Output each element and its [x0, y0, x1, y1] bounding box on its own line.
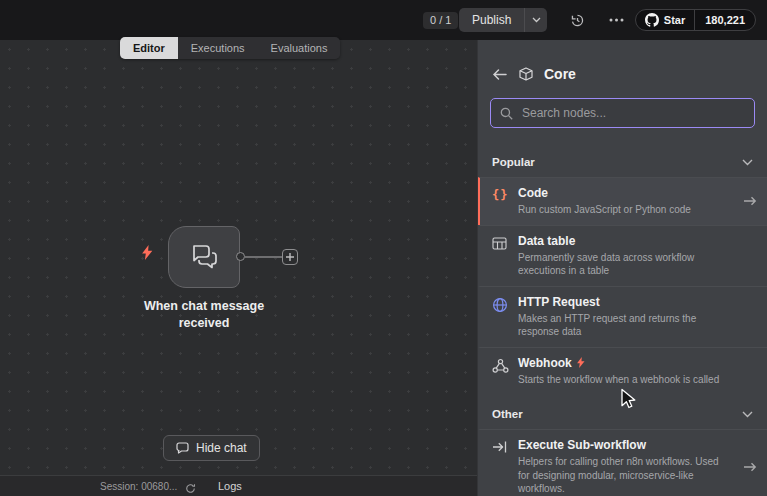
- node-item-code[interactable]: {} Code Run custom JavaScript or Python …: [478, 177, 767, 225]
- globe-icon: [492, 295, 518, 313]
- chat-bubble-icon: [176, 442, 189, 454]
- panel-header: Core: [478, 40, 767, 94]
- session-label: Session: 00680...: [100, 481, 177, 492]
- publish-button-label[interactable]: Publish: [459, 8, 524, 32]
- section-title: Popular: [492, 156, 535, 168]
- node-item-http-request[interactable]: HTTP Request Makes an HTTP request and r…: [478, 286, 767, 347]
- trigger-bolt-icon: [142, 245, 153, 264]
- search-icon: [500, 107, 513, 120]
- workflow-canvas[interactable]: When chat message received Hide chat Ses…: [0, 40, 477, 496]
- trigger-bolt-icon: [577, 357, 585, 368]
- tab-editor[interactable]: Editor: [120, 37, 178, 59]
- nodes-panel: Core Popular {} Code Run custom JavaScri…: [477, 40, 767, 496]
- github-star-button[interactable]: Star: [636, 10, 694, 30]
- refresh-icon: [185, 483, 196, 494]
- node-item-execute-sub-workflow[interactable]: Execute Sub-workflow Helpers for calling…: [478, 429, 767, 496]
- node-item-title: Data table: [518, 234, 751, 248]
- node-item-description: Permanently save data across workflow ex…: [518, 251, 723, 278]
- chevron-down-icon: [532, 17, 541, 23]
- logs-panel-label[interactable]: Logs: [218, 480, 242, 492]
- tab-evaluations[interactable]: Evaluations: [258, 37, 341, 59]
- section-header-popular[interactable]: Popular: [478, 142, 767, 177]
- arrow-right-icon: [743, 192, 757, 210]
- node-item-title: Webhook: [518, 356, 751, 370]
- arrow-left-icon: [492, 68, 508, 81]
- publish-button[interactable]: Publish: [459, 8, 547, 32]
- node-item-data-table[interactable]: Data table Permanently save data across …: [478, 225, 767, 286]
- hide-chat-label: Hide chat: [196, 441, 247, 455]
- section-title: Other: [492, 408, 523, 420]
- more-options-button[interactable]: [606, 11, 626, 29]
- topbar: 0 / 1 Publish Star: [0, 0, 767, 40]
- chat-trigger-node[interactable]: [168, 226, 240, 288]
- n8n-workflow-editor: 0 / 1 Publish Star: [0, 0, 767, 496]
- github-icon: [645, 13, 659, 27]
- section-header-other[interactable]: Other: [478, 394, 767, 429]
- github-star-label: Star: [664, 14, 685, 26]
- logs-bar[interactable]: Session: 00680... Logs: [0, 475, 477, 496]
- chevron-down-icon: [742, 411, 753, 418]
- ellipsis-icon: [609, 18, 624, 22]
- hide-chat-button[interactable]: Hide chat: [163, 435, 260, 461]
- node-search-box[interactable]: [490, 98, 755, 128]
- history-icon: [570, 13, 585, 28]
- plus-icon: [286, 253, 294, 261]
- node-item-description: Starts the workflow when a webhook is ca…: [518, 373, 723, 387]
- core-package-icon: [518, 66, 534, 82]
- node-output-connector[interactable]: [236, 252, 245, 261]
- subworkflow-icon: [492, 438, 518, 454]
- table-icon: [492, 234, 518, 251]
- github-star-widget[interactable]: Star 180,221: [635, 9, 756, 31]
- add-node-button[interactable]: [282, 249, 298, 265]
- node-item-title: Execute Sub-workflow: [518, 438, 737, 452]
- back-button[interactable]: [492, 68, 508, 81]
- node-item-webhook[interactable]: Webhook Starts the workflow when a webho…: [478, 347, 767, 395]
- tab-executions[interactable]: Executions: [178, 37, 258, 59]
- workflow-history-button[interactable]: [567, 11, 587, 29]
- chevron-down-icon: [742, 159, 753, 166]
- execution-counter-badge: 0 / 1: [423, 12, 458, 29]
- node-item-description: Makes an HTTP request and returns the re…: [518, 312, 723, 339]
- node-item-description: Run custom JavaScript or Python code: [518, 203, 723, 217]
- publish-dropdown-toggle[interactable]: [524, 8, 547, 32]
- node-label: When chat message received: [134, 298, 274, 332]
- panel-title: Core: [544, 66, 576, 82]
- connection-line: [245, 256, 282, 258]
- search-input[interactable]: [520, 105, 745, 121]
- github-star-count[interactable]: 180,221: [694, 10, 755, 30]
- session-refresh-button[interactable]: [185, 480, 196, 496]
- webhook-icon: [492, 356, 518, 374]
- code-braces-icon: {}: [492, 186, 518, 202]
- node-item-title: Code: [518, 186, 737, 200]
- node-item-description: Helpers for calling other n8n workflows.…: [518, 455, 723, 496]
- chat-bubbles-icon: [188, 243, 220, 271]
- arrow-right-icon: [743, 458, 757, 476]
- view-tabs: Editor Executions Evaluations: [120, 37, 340, 59]
- node-item-title: HTTP Request: [518, 295, 751, 309]
